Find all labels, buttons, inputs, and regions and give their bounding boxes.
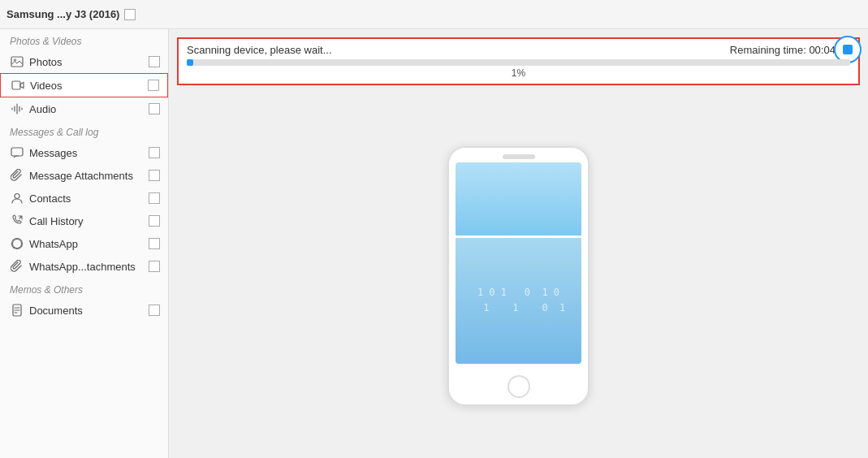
phone-container: 1 0 1 0 1 0 1 1 0 1 <box>447 102 589 450</box>
videos-icon <box>11 78 25 93</box>
phone-speaker <box>503 154 535 159</box>
contacts-label: Contacts <box>29 192 149 205</box>
call-history-label: Call History <box>29 215 149 227</box>
sidebar-item-message-attachments[interactable]: Message Attachments <box>0 164 168 187</box>
sidebar-item-documents[interactable]: Documents <box>0 299 168 322</box>
whatsapp-label: WhatsApp <box>29 238 149 250</box>
phone-screen-bottom: 1 0 1 0 1 0 1 1 0 1 <box>456 238 581 364</box>
section-memos: Memos & Others <box>0 278 168 299</box>
scan-status-text: Scanning device, please wait... <box>187 44 332 56</box>
call-history-icon <box>10 214 24 228</box>
contacts-checkbox[interactable] <box>149 192 160 204</box>
main-layout: Photos & Videos Photos Videos <box>0 29 868 458</box>
audio-icon <box>10 102 24 116</box>
svg-point-4 <box>15 194 19 199</box>
audio-label: Audio <box>29 103 149 115</box>
sidebar-item-photos[interactable]: Photos <box>0 50 168 73</box>
content-area: Scanning device, please wait... Remainin… <box>169 29 868 458</box>
photos-checkbox[interactable] <box>149 56 160 67</box>
header-bar: Samsung ...y J3 (2016) <box>0 0 868 29</box>
messages-icon <box>10 145 24 160</box>
sidebar-item-audio[interactable]: Audio <box>0 97 168 120</box>
whatsapp-attachments-label: WhatsApp...tachments <box>29 261 149 273</box>
progress-fill <box>187 59 193 66</box>
phone-screen-top <box>456 162 581 235</box>
section-messages: Messages & Call log <box>0 120 168 141</box>
sidebar-item-contacts[interactable]: Contacts <box>0 187 168 210</box>
progress-label: 1% <box>187 67 850 79</box>
photos-label: Photos <box>29 56 149 68</box>
device-checkbox[interactable] <box>124 9 136 20</box>
scan-progress-box: Scanning device, please wait... Remainin… <box>177 37 860 85</box>
message-attachments-label: Message Attachments <box>29 170 149 182</box>
scan-progress-top: Scanning device, please wait... Remainin… <box>187 44 850 56</box>
sidebar: Photos & Videos Photos Videos <box>0 29 169 458</box>
svg-point-1 <box>14 59 15 61</box>
message-attachments-checkbox[interactable] <box>149 170 160 181</box>
whatsapp-attachments-icon <box>10 259 24 274</box>
messages-checkbox[interactable] <box>149 147 160 158</box>
device-name: Samsung ...y J3 (2016) <box>6 8 119 20</box>
whatsapp-icon <box>10 236 24 251</box>
documents-label: Documents <box>29 305 149 317</box>
documents-icon <box>10 303 24 318</box>
whatsapp-checkbox[interactable] <box>149 238 160 249</box>
videos-checkbox[interactable] <box>148 80 159 91</box>
photos-icon <box>10 54 24 69</box>
phone-body: 1 0 1 0 1 0 1 1 0 1 <box>447 146 589 406</box>
whatsapp-attachments-checkbox[interactable] <box>149 261 160 272</box>
sidebar-item-whatsapp-attachments[interactable]: WhatsApp...tachments <box>0 255 168 278</box>
svg-rect-3 <box>11 148 23 156</box>
svg-rect-2 <box>12 81 20 89</box>
audio-checkbox[interactable] <box>149 103 160 114</box>
stop-icon <box>843 45 853 54</box>
binary-display: 1 0 1 0 1 0 1 1 0 1 <box>472 285 566 316</box>
call-history-checkbox[interactable] <box>149 215 160 227</box>
phone-home-button <box>507 375 530 398</box>
documents-checkbox[interactable] <box>149 305 160 316</box>
svg-rect-0 <box>11 57 23 67</box>
scan-remaining-text: Remaining time: 00:04:27 <box>730 44 850 56</box>
message-attachments-icon <box>10 168 24 183</box>
section-photos-videos: Photos & Videos <box>0 29 168 50</box>
sidebar-item-call-history[interactable]: Call History <box>0 210 168 232</box>
messages-label: Messages <box>29 147 149 159</box>
progress-track <box>187 59 850 66</box>
contacts-icon <box>10 191 24 205</box>
sidebar-item-videos[interactable]: Videos <box>0 73 168 97</box>
sidebar-item-whatsapp[interactable]: WhatsApp <box>0 232 168 255</box>
videos-label: Videos <box>30 80 148 92</box>
sidebar-item-messages[interactable]: Messages <box>0 141 168 164</box>
